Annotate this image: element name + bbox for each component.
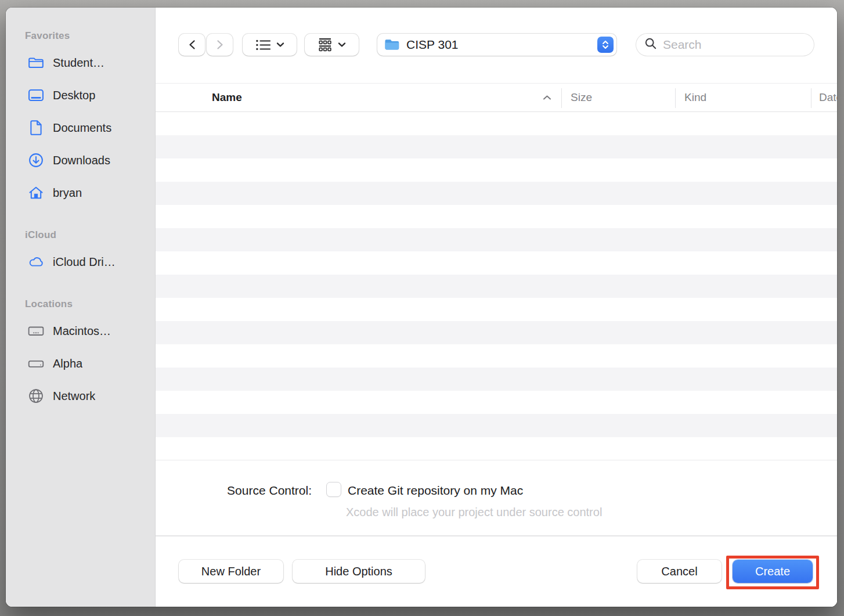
document-icon bbox=[28, 120, 44, 136]
sidebar-section-icloud: iCloud iCloud Dri… bbox=[6, 229, 155, 278]
column-header-date[interactable]: Date bbox=[819, 84, 837, 111]
location-dropdown[interactable]: CISP 301 bbox=[377, 34, 616, 56]
sidebar: Favorites Student… Desktop bbox=[6, 8, 156, 607]
back-button[interactable] bbox=[179, 34, 205, 56]
folder-icon bbox=[28, 55, 44, 71]
icloud-section-label: iCloud bbox=[6, 229, 155, 242]
forward-button[interactable] bbox=[207, 34, 233, 56]
globe-icon bbox=[28, 388, 44, 404]
sidebar-item-desktop[interactable]: Desktop bbox=[6, 79, 155, 111]
sidebar-section-locations: Locations Macintos… Alpha bbox=[6, 298, 155, 412]
sidebar-item-network[interactable]: Network bbox=[6, 380, 155, 412]
internal-drive-icon bbox=[28, 323, 44, 339]
sidebar-item-macintosh-hd[interactable]: Macintos… bbox=[6, 315, 155, 347]
file-list-empty bbox=[156, 112, 837, 460]
locations-section-label: Locations bbox=[6, 298, 155, 311]
home-icon bbox=[28, 185, 44, 201]
save-dialog-window: Favorites Student… Desktop bbox=[6, 8, 837, 607]
external-drive-icon bbox=[28, 355, 44, 372]
column-header-kind[interactable]: Kind bbox=[684, 84, 706, 111]
sort-ascending-icon bbox=[542, 84, 552, 111]
search-icon bbox=[644, 37, 657, 52]
hide-options-button[interactable]: Hide Options bbox=[293, 560, 425, 583]
sidebar-item-label: Documents bbox=[53, 121, 111, 135]
git-repository-checkbox[interactable] bbox=[326, 482, 341, 497]
sidebar-item-label: Student… bbox=[53, 56, 104, 70]
up-down-stepper-icon[interactable] bbox=[597, 37, 614, 53]
main-panel: CISP 301 Name Size Kind Date bbox=[156, 8, 837, 607]
sidebar-item-label: Macintos… bbox=[53, 325, 111, 338]
chevron-down-icon bbox=[276, 42, 284, 48]
column-header-size[interactable]: Size bbox=[571, 84, 592, 111]
git-repository-checkbox-label[interactable]: Create Git repository on my Mac bbox=[348, 484, 523, 498]
sidebar-item-label: Network bbox=[53, 390, 95, 403]
sidebar-item-home[interactable]: bryan bbox=[6, 176, 155, 209]
list-view-icon bbox=[255, 39, 271, 51]
source-control-label: Source Control: bbox=[156, 484, 312, 498]
chevron-right-icon bbox=[215, 39, 225, 51]
sidebar-item-downloads[interactable]: Downloads bbox=[6, 144, 155, 176]
sidebar-item-alpha[interactable]: Alpha bbox=[6, 347, 155, 380]
search-field[interactable] bbox=[636, 34, 814, 56]
create-button[interactable]: Create bbox=[733, 560, 813, 583]
grid-groups-icon bbox=[318, 38, 333, 52]
column-header-name[interactable]: Name bbox=[212, 84, 242, 111]
favorites-section-label: Favorites bbox=[6, 30, 155, 43]
sidebar-item-label: bryan bbox=[53, 186, 82, 200]
sidebar-item-label: iCloud Dri… bbox=[53, 255, 116, 269]
downloads-icon bbox=[28, 152, 44, 168]
chevron-down-icon bbox=[338, 42, 346, 48]
column-divider bbox=[811, 88, 811, 108]
list-view-button[interactable] bbox=[243, 34, 297, 56]
chevron-left-icon bbox=[187, 39, 197, 51]
sidebar-item-label: Desktop bbox=[53, 89, 95, 102]
sidebar-section-favorites: Favorites Student… Desktop bbox=[6, 30, 155, 209]
source-control-hint: Xcode will place your project under sour… bbox=[346, 506, 602, 519]
dialog-footer: New Folder Hide Options Cancel Create bbox=[156, 536, 837, 607]
toolbar: CISP 301 bbox=[156, 8, 837, 83]
group-view-button[interactable] bbox=[305, 34, 359, 56]
sidebar-item-label: Alpha bbox=[53, 357, 82, 370]
current-folder-name: CISP 301 bbox=[406, 38, 597, 52]
column-divider bbox=[561, 88, 562, 108]
desktop-icon bbox=[28, 87, 44, 103]
sidebar-item-label: Downloads bbox=[53, 154, 110, 167]
sidebar-item-icloud-drive[interactable]: iCloud Dri… bbox=[6, 246, 155, 278]
folder-icon bbox=[384, 38, 400, 52]
sidebar-item-student[interactable]: Student… bbox=[6, 46, 155, 79]
cancel-button[interactable]: Cancel bbox=[637, 560, 722, 583]
file-list-header: Name Size Kind Date bbox=[156, 83, 837, 112]
column-divider bbox=[675, 88, 676, 108]
cloud-icon bbox=[28, 254, 44, 270]
source-control-section: Source Control: Create Git repository on… bbox=[156, 460, 837, 536]
sidebar-item-documents[interactable]: Documents bbox=[6, 111, 155, 144]
new-folder-button[interactable]: New Folder bbox=[179, 560, 283, 583]
search-input[interactable] bbox=[663, 38, 806, 52]
